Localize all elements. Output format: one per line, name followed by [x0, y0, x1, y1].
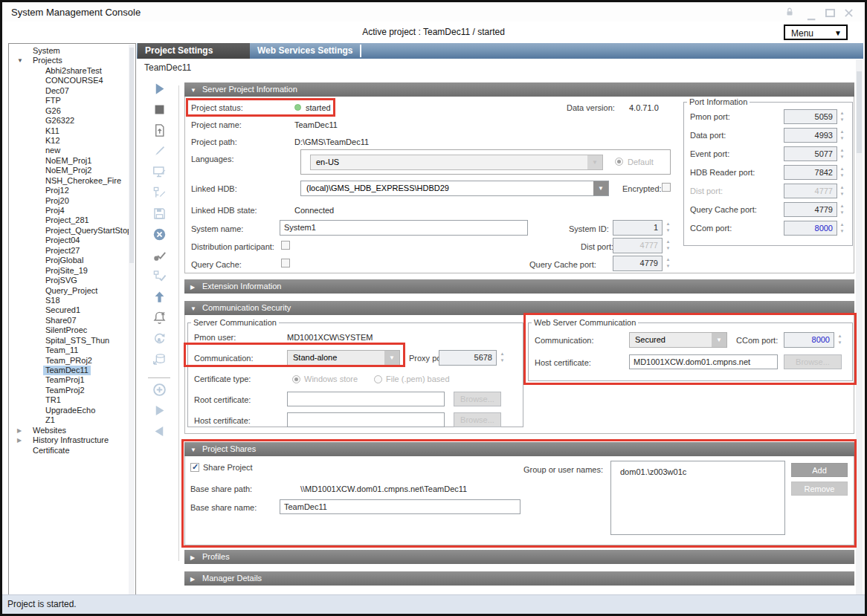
linked-hdb-select[interactable]: (local)\GMS_HDB_EXPRESS\HDBD29 ▼ — [300, 181, 609, 196]
menu-dropdown[interactable]: Menu ▼ — [784, 25, 848, 40]
save-as-icon[interactable] — [148, 123, 170, 144]
tree-item-secured1[interactable]: Secured1 — [9, 305, 135, 315]
dist-port-stepper[interactable]: 4777 — [784, 184, 837, 198]
host-certificate-input[interactable] — [287, 412, 445, 427]
stepper-arrows-icon[interactable]: ▲▼ — [839, 110, 845, 125]
main-scrollbar[interactable] — [856, 59, 863, 596]
web-host-certificate-browse-button[interactable]: Browse... — [784, 354, 842, 369]
tree-scrollbar[interactable] — [129, 45, 135, 597]
host-certificate-browse-button[interactable]: Browse... — [454, 412, 501, 427]
add-button[interactable]: Add — [791, 463, 848, 477]
add-icon[interactable] — [148, 383, 170, 403]
pmon-port-stepper[interactable]: 5059 — [784, 109, 837, 124]
stepper-arrows-icon[interactable]: ▲▼ — [665, 256, 671, 271]
start-icon[interactable] — [148, 82, 170, 103]
pem-file-radio[interactable] — [374, 375, 382, 383]
default-radio[interactable] — [615, 158, 623, 166]
event-port-stepper[interactable]: 5077 — [784, 146, 837, 161]
tab-web-services-settings[interactable]: Web Services Settings — [250, 43, 360, 59]
stepper-arrows-icon[interactable]: ▲▼ — [839, 166, 845, 181]
system-id-stepper[interactable]: 1 — [613, 220, 663, 236]
forward-icon[interactable] — [148, 403, 170, 424]
chevron-right-icon[interactable]: ▶ — [17, 435, 22, 445]
tree-item-system[interactable]: System — [9, 46, 135, 56]
apply-check-icon[interactable] — [148, 248, 170, 269]
encrypted-checkbox[interactable] — [662, 183, 671, 192]
tree-item-s18[interactable]: S18 — [9, 296, 135, 305]
tree-item-history-infrastructure[interactable]: ▶History Infrastructure — [9, 435, 135, 445]
tree-item-share07[interactable]: Share07 — [9, 316, 135, 325]
query-cache-port-stepper[interactable]: 4779 — [613, 256, 663, 271]
tree-item-k12[interactable]: K12 — [9, 136, 135, 146]
root-certificate-input[interactable] — [287, 392, 445, 406]
data-port-stepper[interactable]: 4993 — [784, 128, 837, 143]
stepper-arrows-icon[interactable]: ▲▼ — [839, 221, 845, 236]
upload-icon[interactable] — [148, 290, 170, 311]
tree-item-team-11[interactable]: Team_11 — [9, 346, 135, 355]
tree-item-abhi2sharetest[interactable]: Abhi2shareTest — [9, 66, 135, 76]
base-share-name-input[interactable]: TeamDec11 — [280, 499, 520, 514]
share-project-checkbox[interactable] — [190, 463, 199, 472]
section-header-communication-security[interactable]: ▼Communication Security — [184, 301, 854, 315]
tree-item-dec07[interactable]: Dec07 — [9, 86, 135, 96]
tree-item-query-project[interactable]: Query_Project — [9, 286, 135, 296]
web-communication-select[interactable]: Secured ▼ — [629, 332, 727, 348]
tree-item-spital-sts-thun[interactable]: Spital_STS_Thun — [9, 336, 135, 346]
stepper-arrows-icon[interactable]: ▲▼ — [839, 129, 845, 143]
section-header-server-project-information[interactable]: ▼Server Project Information — [184, 82, 854, 97]
tree-item-tr1[interactable]: TR1 — [9, 395, 135, 405]
stepper-arrows-icon[interactable]: ▲▼ — [665, 221, 671, 236]
back-icon[interactable] — [148, 424, 170, 445]
alarm-sync-icon[interactable] — [148, 331, 170, 352]
tree-item-certificate[interactable]: Certificate — [9, 446, 135, 455]
windows-store-radio[interactable] — [292, 375, 300, 383]
pen-icon[interactable] — [148, 144, 170, 165]
web-host-certificate-input[interactable]: MD1001XCW.dom01.cmpns.net — [629, 354, 778, 369]
tree-item-nsh-cherokee-fire[interactable]: NSH_Cherokee_Fire — [9, 176, 135, 186]
stepper-arrows-icon[interactable]: ▲▼ — [499, 351, 506, 366]
communication-select[interactable]: Stand-alone ▼ — [287, 350, 400, 366]
group-name-item[interactable]: dom01.\z003w01c — [611, 461, 784, 476]
alarm-off-icon[interactable] — [148, 311, 170, 331]
network-check-icon[interactable] — [148, 269, 170, 290]
tab-project-settings[interactable]: Project Settings — [138, 43, 250, 59]
tree-item-project04[interactable]: Project04 — [9, 236, 135, 245]
tree-item-projglobal[interactable]: ProjGlobal — [9, 256, 135, 265]
tree-item-upgradeecho[interactable]: UpgradeEcho — [9, 406, 135, 415]
cancel-icon[interactable] — [148, 227, 170, 248]
tree-item-noem-proj2[interactable]: NoEM_Proj2 — [9, 166, 135, 175]
tree-item-project27[interactable]: Project27 — [9, 246, 135, 256]
chevron-down-icon[interactable]: ▼ — [17, 56, 23, 65]
tree-item-proj12[interactable]: Proj12 — [9, 186, 135, 195]
distribution-participant-checkbox[interactable] — [281, 241, 290, 250]
db-restore-icon[interactable] — [148, 352, 170, 373]
stepper-arrows-icon[interactable]: ▲▼ — [837, 333, 843, 348]
stop-icon[interactable] — [148, 103, 170, 123]
group-names-list[interactable]: dom01.\z003w01c — [610, 461, 785, 535]
remove-button[interactable]: Remove — [791, 482, 848, 496]
ccom-port-stepper[interactable]: 8000 — [784, 332, 834, 348]
tree-item-g26322[interactable]: G26322 — [9, 116, 135, 126]
tree-item-projsite-19[interactable]: ProjSite_19 — [9, 266, 135, 276]
tree-item-proj4[interactable]: Proj4 — [9, 206, 135, 215]
tree-item-websites[interactable]: ▶Websites — [9, 426, 135, 435]
languages-select[interactable]: en-US ▼ — [310, 155, 603, 170]
tree-item-team-proj2[interactable]: Team_PRoj2 — [9, 356, 135, 366]
tree-item-teamproj2[interactable]: TeamProj2 — [9, 386, 135, 395]
chevron-right-icon[interactable]: ▶ — [17, 426, 22, 435]
stepper-arrows-icon[interactable]: ▲▼ — [665, 239, 671, 253]
tree-item-proj20[interactable]: Proj20 — [9, 196, 135, 206]
tree-item-teamproj1[interactable]: TeamProj1 — [9, 375, 135, 385]
proxy-port-stepper[interactable]: 5678 — [439, 350, 497, 366]
tree-item-projects[interactable]: ▼Projects — [9, 56, 135, 65]
section-header-profiles[interactable]: ▶Profiles — [184, 550, 854, 564]
tree-item-z1[interactable]: Z1 — [9, 415, 135, 425]
tree-item-g26[interactable]: G26 — [9, 106, 135, 116]
close-button[interactable] — [844, 7, 856, 16]
tree-item-projsvg[interactable]: ProjSVG — [9, 276, 135, 285]
query-cache-checkbox[interactable] — [281, 259, 290, 268]
tree-item-concourse4[interactable]: CONCOURSE4 — [9, 76, 135, 85]
network-edit-icon[interactable] — [148, 186, 170, 207]
system-name-input[interactable]: System1 — [280, 220, 528, 236]
tree-item-new[interactable]: new — [9, 146, 135, 155]
